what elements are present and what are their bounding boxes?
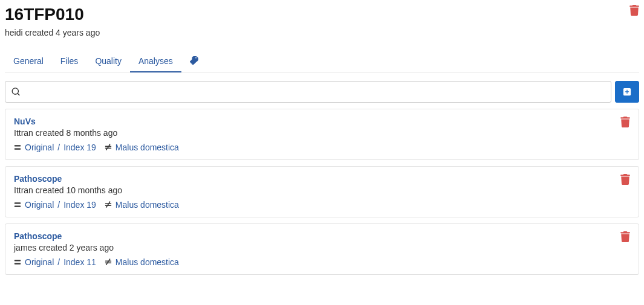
not-equal-icon — [105, 144, 112, 151]
separator: / — [57, 143, 60, 152]
analysis-card: PathoscopeIttran created 10 months agoOr… — [5, 166, 639, 217]
reference-link[interactable]: Original — [25, 200, 54, 210]
equals-icon — [14, 201, 21, 208]
search-input[interactable] — [25, 86, 605, 97]
reference-link[interactable]: Original — [25, 143, 54, 152]
rights-tab[interactable] — [181, 51, 207, 72]
not-equal-icon — [105, 201, 112, 208]
analysis-meta: Ittran created 10 months ago — [14, 185, 630, 195]
page-title: 16TFP010 — [5, 5, 100, 24]
tabs: General Files Quality Analyses — [5, 51, 639, 72]
subtraction-link[interactable]: Malus domestica — [115, 257, 179, 267]
reference-link[interactable]: Original — [25, 257, 54, 267]
delete-sample-button[interactable] — [629, 5, 639, 16]
tab-quality[interactable]: Quality — [86, 51, 130, 72]
search-input-wrap[interactable] — [5, 81, 611, 103]
tab-analyses[interactable]: Analyses — [130, 51, 181, 72]
equals-icon — [14, 258, 21, 266]
trash-icon — [629, 5, 639, 16]
subtraction-link[interactable]: Malus domestica — [115, 143, 179, 152]
analysis-card: Pathoscopejames created 2 years agoOrigi… — [5, 223, 639, 275]
tab-general[interactable]: General — [5, 51, 52, 72]
key-icon — [190, 56, 198, 65]
analysis-title-link[interactable]: Pathoscope — [14, 231, 62, 241]
page-subtitle: heidi created 4 years ago — [5, 28, 100, 37]
not-equal-icon — [105, 258, 112, 266]
separator: / — [57, 200, 60, 210]
add-analysis-button[interactable] — [615, 81, 639, 103]
search-icon — [11, 88, 20, 96]
analysis-meta: Ittran created 8 months ago — [14, 128, 630, 138]
separator: / — [57, 257, 60, 267]
delete-analysis-button[interactable] — [620, 174, 630, 187]
equals-icon — [14, 144, 21, 151]
index-link[interactable]: Index 11 — [63, 257, 96, 267]
analysis-title-link[interactable]: Pathoscope — [14, 174, 62, 184]
delete-analysis-button[interactable] — [620, 117, 630, 129]
tab-files[interactable]: Files — [52, 51, 87, 72]
subtraction-link[interactable]: Malus domestica — [115, 200, 179, 210]
plus-square-icon — [623, 88, 631, 96]
delete-analysis-button[interactable] — [620, 231, 630, 244]
index-link[interactable]: Index 19 — [63, 200, 96, 210]
analysis-card: NuVsIttran created 8 months agoOriginal/… — [5, 109, 639, 160]
analysis-meta: james created 2 years ago — [14, 243, 630, 252]
index-link[interactable]: Index 19 — [63, 143, 96, 152]
analysis-title-link[interactable]: NuVs — [14, 117, 36, 126]
